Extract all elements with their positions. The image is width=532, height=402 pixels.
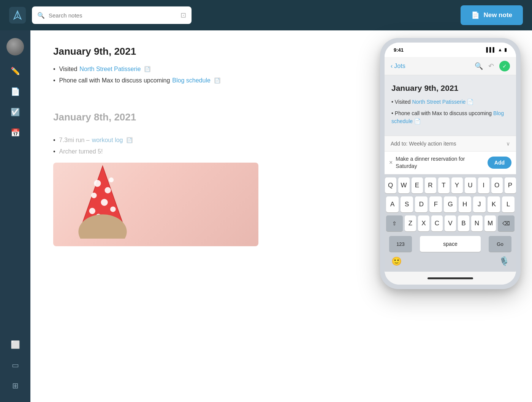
key-e[interactable]: E [412, 177, 423, 193]
workout-log-link[interactable]: workout log [92, 137, 123, 144]
note-ref-icon: 📄 [214, 78, 220, 84]
dog-image [53, 163, 258, 246]
back-chevron-icon: ‹ [391, 63, 393, 70]
north-street-link[interactable]: North Street Patisserie [79, 66, 141, 73]
sidebar-item-calendar[interactable]: 📅 [6, 124, 24, 141]
status-icons: ▌▌▌ ▲ ▮ [486, 47, 507, 52]
svg-point-3 [91, 193, 97, 198]
phone-link-2[interactable]: Blog schedule [391, 110, 504, 124]
new-note-label: New note [483, 11, 512, 19]
entry-text: Visited [59, 66, 78, 73]
phone-nav: ‹ Jots 🔍 ↶ ✓ [385, 57, 516, 75]
key-z[interactable]: Z [405, 215, 416, 231]
sidebar-item-grid[interactable]: ⊞ [6, 377, 24, 394]
phone-link-1[interactable]: North Street Patisserie [412, 99, 466, 105]
key-n[interactable]: N [471, 215, 483, 231]
chevron-down-icon: ∨ [506, 141, 510, 147]
search-input[interactable] [49, 12, 177, 19]
key-m[interactable]: M [484, 215, 496, 231]
key-c[interactable]: C [431, 215, 443, 231]
phone-note-entry-2: • Phone call with Max to discuss upcomin… [391, 109, 509, 125]
input-text[interactable]: Make a dinner reservation for Saturday [396, 155, 484, 170]
key-o[interactable]: O [491, 177, 503, 193]
note-ref-icon: 📄 [127, 137, 133, 143]
key-w[interactable]: W [398, 177, 410, 193]
svg-point-7 [110, 206, 116, 212]
bullet: • [53, 137, 55, 144]
entry-text: Phone call with Max to discuss upcoming [59, 77, 170, 84]
phone-note-date: January 9th, 2021 [391, 84, 509, 93]
mic-key[interactable]: 🎙️ [499, 256, 509, 266]
key-v[interactable]: V [445, 215, 456, 231]
keyboard[interactable]: Q W E R T Y U I O P A S D F G [385, 174, 516, 272]
key-p[interactable]: P [505, 177, 516, 193]
app-logo [9, 7, 26, 24]
sync-status: ✓ [499, 61, 510, 71]
key-backspace[interactable]: ⌫ [498, 215, 515, 231]
phone-note-entry-1: • Visited North Street Patisserie 📄 [391, 98, 509, 106]
key-f[interactable]: F [429, 196, 442, 212]
key-shift[interactable]: ⇧ [386, 215, 403, 231]
sidebar-item-square[interactable]: ⬜ [6, 336, 24, 353]
search-bar[interactable]: 🔍 ⊡ [32, 6, 192, 24]
key-x[interactable]: X [418, 215, 429, 231]
new-note-button[interactable]: 📄 New note [461, 5, 523, 25]
emoji-key[interactable]: 🙂 [391, 256, 402, 266]
nav-actions: 🔍 ↶ ✓ [475, 61, 510, 71]
key-i[interactable]: I [478, 177, 489, 193]
pen-icon: ✏️ [11, 66, 20, 76]
phone-mockup: 9:41 ▌▌▌ ▲ ▮ ‹ Jots 🔍 ↶ ✓ [380, 38, 521, 289]
key-h[interactable]: H [459, 196, 471, 212]
phone-inner: 9:41 ▌▌▌ ▲ ▮ ‹ Jots 🔍 ↶ ✓ [385, 43, 516, 285]
key-g[interactable]: G [444, 196, 456, 212]
add-to-row[interactable]: Add to: Weekly action items ∨ [385, 136, 516, 152]
key-123[interactable]: 123 [389, 236, 412, 252]
scan-icon: ⊡ [180, 11, 186, 19]
sidebar-item-sidebar[interactable]: ▭ [6, 356, 24, 374]
key-r[interactable]: R [425, 177, 436, 193]
add-button[interactable]: Add [488, 157, 511, 169]
entry-text: Archer turned 5! [59, 148, 103, 155]
calendar-icon: 📅 [11, 128, 20, 137]
key-go[interactable]: Go [489, 236, 511, 252]
keyboard-extras: 🙂 🎙️ [386, 255, 515, 269]
keyboard-row-2: A S D F G H J K L [386, 196, 515, 212]
sidebar-item-pen[interactable]: ✏️ [6, 62, 24, 80]
key-u[interactable]: U [465, 177, 476, 193]
key-j[interactable]: J [473, 196, 486, 212]
key-s[interactable]: S [401, 196, 413, 212]
blog-schedule-link[interactable]: Blog schedule [172, 77, 211, 84]
keyboard-bottom-row: 123 space Go [386, 234, 515, 255]
key-t[interactable]: T [438, 177, 450, 193]
undo-nav-icon[interactable]: ↶ [488, 62, 494, 70]
avatar[interactable] [6, 38, 24, 55]
bullet: • [53, 148, 55, 155]
phone-frame: 9:41 ▌▌▌ ▲ ▮ ‹ Jots 🔍 ↶ ✓ [380, 38, 521, 289]
input-row: × Make a dinner reservation for Saturday… [385, 152, 516, 174]
close-button[interactable]: × [389, 159, 393, 166]
jots-label: Jots [394, 63, 405, 70]
key-space[interactable]: space [420, 236, 481, 252]
checklist-icon: ☑️ [11, 108, 20, 117]
key-d[interactable]: D [415, 196, 428, 212]
key-a[interactable]: A [386, 196, 399, 212]
key-q[interactable]: Q [385, 177, 396, 193]
key-k[interactable]: K [488, 196, 500, 212]
wifi-icon: ▲ [498, 47, 502, 52]
bullet: • [53, 77, 55, 84]
sidebar-item-document[interactable]: 📄 [6, 83, 24, 100]
battery-icon: ▮ [504, 47, 507, 52]
signal-icon: ▌▌▌ [486, 47, 496, 52]
key-b[interactable]: B [458, 215, 469, 231]
back-button[interactable]: ‹ Jots [391, 63, 405, 70]
entry-text: 7.3mi run – [59, 137, 90, 144]
key-l[interactable]: L [502, 196, 515, 212]
bullet: • [53, 66, 55, 73]
key-y[interactable]: Y [451, 177, 463, 193]
search-nav-icon[interactable]: 🔍 [475, 62, 483, 70]
sidebar-item-checklist[interactable]: ☑️ [6, 103, 24, 121]
keyboard-row-3: ⇧ Z X C V B N M ⌫ [386, 215, 515, 231]
topbar: 🔍 ⊡ 📄 New note [0, 0, 532, 30]
home-indicator [385, 272, 516, 285]
svg-point-6 [109, 177, 114, 182]
